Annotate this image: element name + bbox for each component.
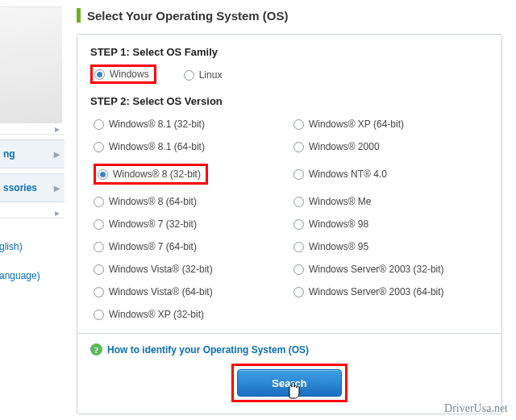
os-version-option[interactable]: Windows® XP (32-bit) [94, 309, 285, 320]
help-row: ? How to identify your Operating System … [90, 334, 489, 356]
radio-icon [94, 219, 104, 230]
page-title: Select Your Operating System (OS) [87, 9, 289, 23]
chevron-right-icon: ▸ [55, 207, 60, 218]
radio-icon [94, 310, 104, 320]
radio-icon [293, 142, 304, 152]
search-button[interactable]: Search [237, 369, 342, 397]
step2-label: STEP 2: Select OS Version [90, 95, 489, 107]
step1-label: STEP 1: Select OS Family [90, 46, 489, 58]
radio-icon [94, 119, 104, 130]
os-family-group: Windows Linux [90, 64, 489, 90]
os-version-label: Windows® 8.1 (64-bit) [109, 141, 205, 152]
os-version-label: Windows Server® 2003 (64-bit) [309, 286, 444, 297]
os-version-option[interactable]: Windows® 8.1 (32-bit) [94, 119, 285, 130]
product-image [0, 6, 62, 123]
left-sidebar: ▸ ng ▸ ssories ▸ ▸ glish) anguage) [0, 0, 64, 420]
os-version-option[interactable]: Windows® 8 (32-bit) [98, 168, 201, 180]
os-version-label: Windows® 95 [309, 241, 368, 252]
sidebar-tab-2-label: ssories [3, 182, 37, 193]
radio-icon [184, 70, 194, 81]
os-version-label: Windows® XP (64-bit) [309, 119, 404, 130]
os-version-option[interactable]: Windows® 8 (64-bit) [94, 196, 285, 207]
os-version-label: Windows® 98 [309, 218, 368, 230]
radio-icon [94, 69, 105, 80]
os-version-option[interactable]: Windows® 7 (64-bit) [94, 241, 285, 252]
help-icon: ? [90, 343, 102, 356]
os-version-option[interactable]: Windows® Me [293, 196, 485, 207]
os-version-label: Windows® 2000 [309, 141, 380, 152]
os-version-label: Windows® 7 (64-bit) [109, 241, 197, 252]
sidebar-tab-1-label: ng [3, 148, 15, 160]
os-version-label: Windows NT® 4.0 [309, 168, 387, 180]
sidebar-tab-1[interactable]: ng ▸ [0, 139, 64, 168]
os-version-label: Windows® Me [309, 196, 372, 207]
os-family-linux[interactable]: Linux [184, 69, 223, 81]
chevron-right-icon: ▸ [54, 148, 60, 160]
radio-icon [293, 264, 304, 275]
os-family-linux-label: Linux [199, 69, 223, 81]
highlight-search: Search [231, 364, 347, 402]
radio-icon [98, 169, 108, 180]
watermark: DriverUsa.net [444, 402, 508, 415]
search-wrap: Search [90, 364, 489, 402]
os-version-grid: Windows® 8.1 (32-bit) Windows® XP (64-bi… [90, 114, 489, 325]
highlight-win8-32: Windows® 8 (32-bit) [94, 164, 208, 185]
radio-icon [94, 142, 104, 152]
os-version-option[interactable]: Windows® 95 [293, 241, 485, 252]
os-version-option[interactable]: Windows Vista® (32-bit) [94, 264, 285, 275]
radio-icon [94, 287, 104, 297]
radio-icon [94, 197, 104, 207]
os-version-label: Windows® 8 (64-bit) [109, 196, 197, 207]
os-select-panel: STEP 1: Select OS Family Windows Linux S… [77, 34, 502, 414]
os-version-label: Windows® 7 (32-bit) [109, 218, 197, 230]
chevron-right-icon: ▸ [54, 181, 60, 194]
os-family-windows-label: Windows [110, 69, 149, 80]
os-version-label: Windows® 8.1 (32-bit) [109, 119, 205, 130]
os-version-label: Windows Vista® (32-bit) [109, 264, 213, 275]
sidebar-chevron-row[interactable]: ▸ [0, 207, 64, 218]
sidebar-link-1[interactable]: glish) [0, 241, 64, 252]
os-version-option[interactable]: Windows® 2000 [293, 141, 485, 152]
os-version-label: Windows® XP (32-bit) [109, 309, 204, 320]
os-version-option[interactable]: Windows® 7 (32-bit) [94, 218, 285, 230]
os-version-option[interactable]: Windows NT® 4.0 [293, 164, 485, 185]
accent-bar [77, 8, 81, 23]
os-version-label: Windows Server® 2003 (32-bit) [309, 264, 444, 275]
radio-icon [94, 264, 104, 275]
os-version-label: Windows Vista® (64-bit) [109, 286, 213, 297]
radio-icon [293, 242, 304, 252]
help-link[interactable]: How to identify your Operating System (O… [107, 344, 309, 356]
os-version-option[interactable]: Windows® 98 [293, 218, 485, 230]
section-title-row: Select Your Operating System (OS) [77, 0, 512, 34]
sidebar-chevron-row[interactable]: ▸ [0, 123, 64, 135]
os-family-windows[interactable]: Windows [94, 69, 149, 80]
chevron-right-icon: ▸ [55, 123, 60, 135]
os-version-option[interactable]: Windows® 8.1 (64-bit) [94, 141, 285, 152]
os-version-label: Windows® 8 (32-bit) [113, 168, 201, 180]
sidebar-link-2[interactable]: anguage) [0, 270, 64, 281]
main-content: Select Your Operating System (OS) STEP 1… [77, 0, 512, 414]
radio-icon [293, 197, 304, 207]
radio-icon [293, 287, 304, 297]
os-version-option[interactable]: Windows® XP (64-bit) [293, 119, 485, 130]
radio-icon [293, 119, 304, 130]
radio-icon [293, 219, 304, 230]
os-version-option[interactable]: Windows Vista® (64-bit) [94, 286, 285, 297]
sidebar-tab-2[interactable]: ssories ▸ [0, 173, 64, 202]
search-button-label: Search [272, 377, 306, 389]
os-version-option[interactable]: Windows Server® 2003 (32-bit) [293, 264, 485, 275]
os-version-option[interactable]: Windows Server® 2003 (64-bit) [293, 286, 485, 297]
radio-icon [293, 169, 304, 180]
highlight-windows: Windows [90, 64, 156, 84]
radio-icon [94, 242, 104, 252]
